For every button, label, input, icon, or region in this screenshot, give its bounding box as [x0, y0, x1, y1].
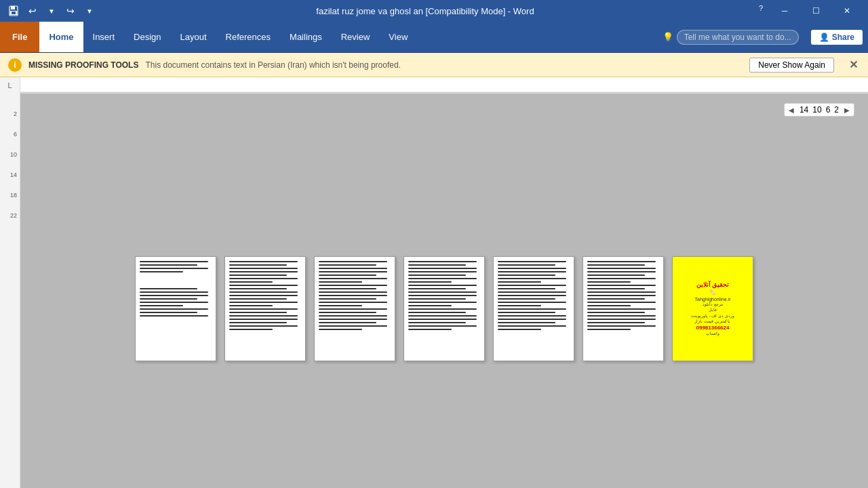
page-5-thumbnail[interactable] — [493, 256, 574, 361]
tell-me-bar: 💡 — [656, 22, 806, 52]
lightbulb-icon: 💡 — [663, 32, 673, 42]
vertical-ruler: 2 6 10 14 18 22 — [0, 94, 20, 488]
ad-content: تحقیق آنلاین 🏷️ Tahghighonline.ir مرجع د… — [673, 257, 753, 361]
tell-me-input[interactable] — [677, 30, 799, 45]
page-4-thumbnail[interactable] — [403, 256, 485, 361]
ruler-v-22: 22 — [10, 212, 17, 219]
page-1-thumbnail[interactable] — [135, 256, 216, 361]
zoom-val-10: 10 — [812, 105, 821, 115]
page-2-thumbnail[interactable] — [224, 256, 306, 361]
page-2-content — [225, 257, 305, 361]
tab-review[interactable]: Review — [332, 22, 380, 52]
page-5-content — [494, 257, 574, 361]
svg-rect-3 — [12, 12, 16, 14]
ad-title: تحقیق آنلاین — [696, 281, 730, 288]
notif-body: This document contains text in Persian (… — [145, 60, 400, 70]
never-show-again-button[interactable]: Never Show Again — [749, 58, 834, 73]
share-button[interactable]: 👤 Share — [811, 30, 863, 45]
svg-rect-1 — [11, 6, 15, 9]
ruler-v-10: 10 — [10, 151, 17, 158]
minimize-button[interactable]: ─ — [769, 0, 800, 22]
ruler-v-2: 2 — [14, 110, 17, 117]
tab-mailings[interactable]: Mailings — [280, 22, 332, 52]
person-icon: 👤 — [819, 33, 829, 42]
ruler-corner[interactable]: L — [0, 77, 20, 94]
page-4-content — [404, 257, 484, 361]
tab-references[interactable]: References — [216, 22, 280, 52]
ad-line4: با کمترین قیمت بازار — [694, 319, 730, 324]
ad-line1: مرجع دانلود — [703, 302, 723, 307]
tab-view[interactable]: View — [379, 22, 417, 52]
zoom-val-6: 6 — [826, 105, 831, 115]
zoom-controls: ◀ 14 10 6 2 ▶ — [784, 103, 854, 117]
tab-insert[interactable]: Insert — [83, 22, 125, 52]
notif-title: MISSING PROOFING TOOLS — [28, 60, 138, 70]
ribbon: File Home Insert Design Layout Reference… — [0, 22, 868, 53]
ruler-v-6: 6 — [14, 131, 17, 138]
customize-icon[interactable]: ▼ — [81, 3, 98, 19]
main-area: 2 6 10 14 18 22 ◀ 14 10 6 2 ▶ — [0, 94, 868, 488]
word-help-icon[interactable]: ? — [753, 0, 769, 16]
ad-line2: فایل — [709, 307, 717, 312]
ad-whatsapp: واتساپ — [706, 331, 719, 336]
ad-site: Tahghighonline.ir — [695, 297, 731, 302]
notification-bar: i MISSING PROOFING TOOLS This document c… — [0, 53, 868, 77]
undo-arrow[interactable]: ▼ — [43, 3, 60, 19]
ad-line3: وردی دی اف - پاورپوینت — [691, 313, 734, 319]
page-1-content — [136, 257, 216, 361]
page-3-thumbnail[interactable] — [314, 256, 395, 361]
save-icon[interactable] — [5, 3, 22, 19]
quick-access-toolbar: ↩ ▼ ↪ ▼ — [5, 3, 98, 19]
page-6-thumbnail[interactable] — [583, 256, 664, 361]
window-controls: ? ─ ☐ ✕ — [753, 0, 863, 22]
horizontal-ruler — [20, 77, 868, 93]
info-icon: i — [8, 58, 22, 72]
page-3-content — [315, 257, 395, 361]
zoom-val-2: 2 — [834, 105, 839, 115]
redo-icon[interactable]: ↪ — [62, 3, 79, 19]
page-7-ad-thumbnail[interactable]: تحقیق آنلاین 🏷️ Tahghighonline.ir مرجع د… — [672, 256, 753, 361]
page-6-content — [583, 257, 663, 361]
document-canvas: ◀ 14 10 6 2 ▶ — [20, 94, 868, 488]
tab-layout[interactable]: Layout — [171, 22, 216, 52]
ad-phone: 09981366624 — [696, 325, 730, 331]
zoom-values: 14 10 6 2 — [800, 105, 839, 115]
ruler-v-14: 14 — [10, 171, 17, 178]
tab-home[interactable]: Home — [39, 22, 83, 52]
undo-icon[interactable]: ↩ — [24, 3, 41, 19]
pages-row: تحقیق آنلاین 🏷️ Tahghighonline.ir مرجع د… — [135, 256, 753, 361]
tab-file[interactable]: File — [0, 22, 39, 52]
window-title: fazilat ruz jome va ghosl an [Compatibil… — [98, 6, 753, 16]
tab-design[interactable]: Design — [124, 22, 170, 52]
restore-button[interactable]: ☐ — [800, 0, 831, 22]
share-area: 👤 Share — [806, 22, 868, 52]
ruler-area: L — [0, 77, 868, 94]
zoom-left-arrow[interactable]: ◀ — [789, 106, 794, 114]
notif-close-button[interactable]: ✕ — [846, 58, 860, 72]
ruler-v-18: 18 — [10, 192, 17, 199]
close-button[interactable]: ✕ — [831, 0, 863, 22]
title-bar: ↩ ▼ ↪ ▼ fazilat ruz jome va ghosl an [Co… — [0, 0, 868, 22]
zoom-right-arrow[interactable]: ▶ — [844, 106, 850, 114]
zoom-val-14: 14 — [800, 105, 808, 115]
